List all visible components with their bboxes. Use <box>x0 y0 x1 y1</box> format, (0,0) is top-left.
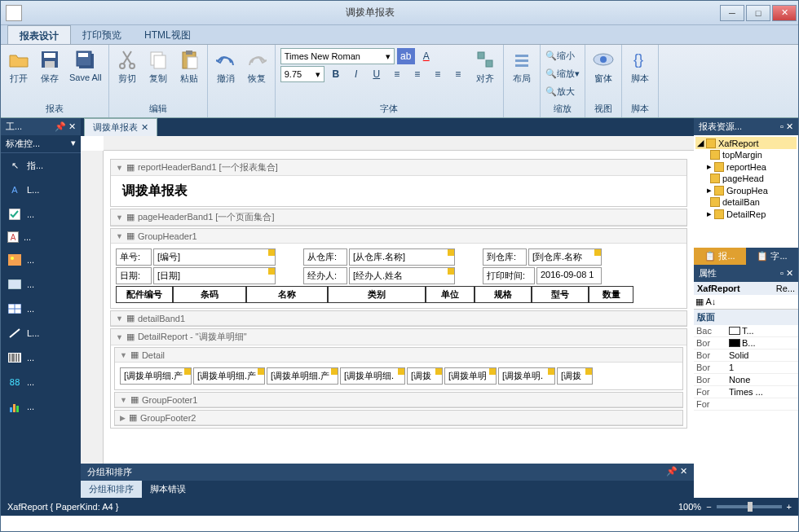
label-date[interactable]: 日期: <box>116 267 152 284</box>
zoom-out-button[interactable]: − <box>706 502 711 512</box>
field-printtime[interactable]: 2016-09-08 1 <box>536 267 602 284</box>
label-fromwh[interactable]: 从仓库: <box>303 248 347 266</box>
property-row[interactable]: BacT... <box>694 325 798 337</box>
close-icon[interactable]: ✕ <box>141 122 148 133</box>
tree-item[interactable]: ▸GroupHea <box>695 184 797 196</box>
band-page-header[interactable]: ▼▦pageHeaderBand1 [一个页面集合] <box>110 209 687 226</box>
detail-cell[interactable]: [调拨单明. <box>498 367 555 385</box>
collapse-icon[interactable]: ▼ <box>116 213 123 222</box>
report-title[interactable]: 调拨单报表 <box>116 179 682 203</box>
detail-cell[interactable]: [调拨 <box>557 367 593 385</box>
tree-item[interactable]: ▸reportHea <box>695 160 797 173</box>
field-handler[interactable]: [经办人.姓名 <box>349 267 455 284</box>
collapse-icon[interactable]: ▼ <box>120 396 127 404</box>
tab-report-explorer[interactable]: 📋 报... <box>694 248 746 265</box>
collapse-icon[interactable]: ▼ <box>116 232 123 240</box>
cut-button[interactable]: 剪切 <box>113 46 142 86</box>
tree-item[interactable]: detailBan <box>695 196 797 208</box>
chevron-down-icon[interactable]: ▾ <box>71 138 76 150</box>
window-button[interactable]: 窗体 <box>589 46 618 86</box>
tool-table[interactable]: ... <box>1 297 81 321</box>
detail-cell[interactable]: [调拨单明细.产 <box>120 367 192 385</box>
label-printtime[interactable]: 打印时间: <box>483 267 535 284</box>
field-fromwh[interactable]: [从仓库.名称] <box>349 248 455 266</box>
font-family-combo[interactable]: Times New Roman▾ <box>280 48 395 64</box>
field-date[interactable]: [日期] <box>153 267 276 284</box>
pin-icon[interactable]: ▫ <box>780 268 784 278</box>
report-explorer-tree[interactable]: ◢XafReport topMargin ▸reportHea pageHead… <box>694 135 798 248</box>
bold-button[interactable]: B <box>327 66 345 82</box>
detail-cell[interactable]: [调拨单明细.产 <box>267 367 338 385</box>
tool-pointer[interactable]: ↖指... <box>1 153 81 178</box>
categorized-button[interactable]: ▦ <box>695 297 704 306</box>
property-row[interactable]: BorNone <box>694 374 798 386</box>
tool-digits[interactable]: 88... <box>1 370 81 394</box>
open-button[interactable]: 打开 <box>4 46 33 86</box>
collapse-icon[interactable]: ▼ <box>120 351 127 359</box>
vertical-ruler[interactable] <box>81 151 104 464</box>
tree-item[interactable]: ▸DetailRep <box>695 208 797 220</box>
copy-button[interactable]: 复制 <box>143 46 173 86</box>
band-group-footer-2[interactable]: ▶▦GroupFooter2 <box>114 410 683 426</box>
font-color-button[interactable]: A <box>417 48 435 64</box>
property-row[interactable]: BorSolid <box>694 350 798 362</box>
label-handler[interactable]: 经办人: <box>303 267 347 284</box>
column-header-row[interactable]: 配件编号 条码 名称 类别 单位 规格 型号 数量 <box>116 286 682 303</box>
tool-checkbox[interactable]: ... <box>1 202 81 226</box>
field-billno[interactable]: [编号] <box>153 248 276 266</box>
tool-image[interactable]: ... <box>1 248 81 272</box>
tool-richtext[interactable]: A... <box>1 226 81 248</box>
tree-item[interactable]: pageHead <box>695 173 797 184</box>
close-icon[interactable]: ✕ <box>786 121 793 131</box>
tool-chart[interactable]: ... <box>1 394 81 419</box>
pin-icon[interactable]: 📌 <box>666 466 678 476</box>
tree-item[interactable]: topMargin <box>695 149 797 160</box>
zoom-out-button[interactable]: 🔍缩小 <box>544 46 581 64</box>
detail-cell[interactable]: [调拨单明细.产 <box>193 367 265 385</box>
close-icon[interactable]: ✕ <box>680 466 687 476</box>
property-row[interactable]: Bor1 <box>694 362 798 374</box>
underline-button[interactable]: U <box>368 66 386 82</box>
band-detail[interactable]: ▼▦Detail [调拨单明细.产 [调拨单明细.产 [调拨单明细.产 [调拨单… <box>114 347 683 390</box>
tab-field-list[interactable]: 📋 字... <box>746 248 798 265</box>
layout-button[interactable]: 布局 <box>507 46 536 86</box>
document-tab[interactable]: 调拨单报表✕ <box>84 118 157 136</box>
property-row[interactable]: ForTimes ... <box>694 386 798 398</box>
align-justify-button[interactable]: ≡ <box>449 66 467 82</box>
redo-button[interactable]: 恢复 <box>242 46 271 86</box>
band-report-header[interactable]: ▼▦reportHeaderBand1 [一个报表集合] 调拨单报表 <box>110 159 687 207</box>
band-group-footer-1[interactable]: ▼▦GroupFooter1 <box>114 392 683 408</box>
undo-button[interactable]: 撤消 <box>211 46 241 86</box>
alphabetical-button[interactable]: A↓ <box>705 297 716 306</box>
saveall-button[interactable]: Save All <box>66 46 105 84</box>
property-category[interactable]: 版面 <box>694 310 798 325</box>
font-size-combo[interactable]: 9.75▾ <box>280 66 324 82</box>
detail-cell[interactable]: [调拨单明细. <box>340 367 405 385</box>
tool-line[interactable]: L... <box>1 321 81 345</box>
tab-script-errors[interactable]: 脚本错误 <box>142 481 194 498</box>
label-towh[interactable]: 到仓库: <box>483 248 527 266</box>
tab-group-sort[interactable]: 分组和排序 <box>81 481 142 498</box>
collapse-icon[interactable]: ▼ <box>116 314 123 323</box>
property-row[interactable]: BorB... <box>694 337 798 350</box>
collapse-icon[interactable]: ▼ <box>116 164 123 172</box>
save-button[interactable]: 保存 <box>35 46 64 86</box>
align-button[interactable]: 对齐 <box>470 46 500 86</box>
pin-icon[interactable]: ▫ <box>780 121 784 131</box>
align-center-button[interactable]: ≡ <box>408 66 426 82</box>
tool-barcode[interactable]: ... <box>1 345 81 370</box>
minimize-button[interactable]: ─ <box>720 5 744 21</box>
script-button[interactable]: {}脚本 <box>625 46 655 86</box>
tree-root[interactable]: ◢XafReport <box>695 137 797 149</box>
highlight-button[interactable]: ab <box>397 48 415 64</box>
align-right-button[interactable]: ≡ <box>429 66 447 82</box>
align-left-button[interactable]: ≡ <box>388 66 406 82</box>
tool-panel[interactable]: ... <box>1 272 81 297</box>
tab-htmlview[interactable]: HTML视图 <box>133 25 202 44</box>
close-button[interactable]: ✕ <box>772 5 797 21</box>
zoom-slider[interactable] <box>717 505 782 508</box>
paste-button[interactable]: 粘贴 <box>174 46 204 86</box>
field-towh[interactable]: [到仓库.名称 <box>528 248 602 266</box>
report-canvas[interactable]: ▼▦reportHeaderBand1 [一个报表集合] 调拨单报表 ▼▦pag… <box>104 151 694 464</box>
zoom-in-button[interactable]: + <box>787 502 792 512</box>
